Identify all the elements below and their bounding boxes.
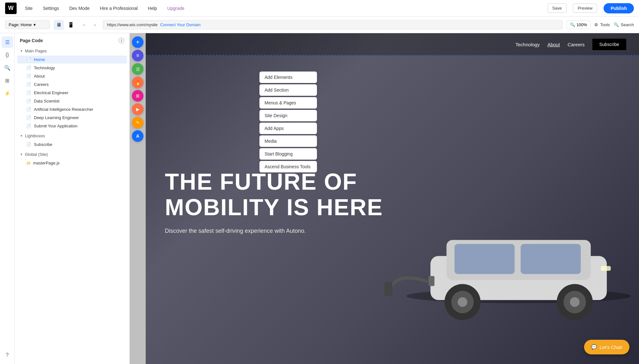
page-item-submit[interactable]: 📄 Submit Your Application bbox=[17, 122, 127, 130]
page-item-about[interactable]: 📄 About bbox=[17, 72, 127, 80]
main-pages-toggle[interactable]: ▼ Main Pages bbox=[15, 47, 129, 55]
media-btn[interactable]: ▶ bbox=[132, 103, 143, 115]
add-apps-menu-btn[interactable]: Add Apps bbox=[259, 123, 317, 134]
site-nav-careers[interactable]: Careers bbox=[567, 42, 584, 47]
page-file-icon: 📄 bbox=[26, 82, 31, 87]
save-button[interactable]: Save bbox=[548, 4, 567, 13]
pages-sidebar-btn[interactable]: ☰ bbox=[2, 36, 13, 48]
lightboxes-section: ▼ Lightboxes 📄 Subscribe bbox=[15, 132, 129, 149]
lightbox-icon: 📄 bbox=[26, 142, 31, 147]
canvas-area: + ≡ ≣ 🔥 ⊞ ▶ ✎ A Add Elements Add Section… bbox=[130, 33, 639, 364]
desktop-device-btn[interactable]: 🖥 bbox=[54, 20, 64, 30]
canvas-action-column: + ≡ ≣ 🔥 ⊞ ▶ ✎ A bbox=[130, 33, 146, 364]
page-item-technology[interactable]: 📄 Technology bbox=[17, 64, 127, 72]
url-bar: https://www.wix.com/mysite Connect Your … bbox=[103, 20, 563, 29]
page-label-electrical: Electrical Engineer bbox=[34, 90, 68, 95]
lightboxes-toggle[interactable]: ▼ Lightboxes bbox=[15, 132, 129, 140]
caret-icon: ▼ bbox=[20, 134, 23, 138]
page-file-icon: 📄 bbox=[26, 107, 31, 112]
zoom-icon: 🔍 bbox=[570, 22, 575, 27]
site-design-menu-btn[interactable]: Site Design bbox=[259, 110, 317, 121]
nav-dev-mode[interactable]: Dev Mode bbox=[67, 4, 92, 12]
page-file-icon: 📄 bbox=[26, 65, 31, 70]
search-sidebar-btn[interactable]: 🔍 bbox=[2, 62, 13, 73]
preview-button[interactable]: Preview bbox=[573, 4, 597, 13]
apps-sidebar-btn[interactable]: ⚡ bbox=[2, 87, 13, 99]
search-icon: 🔍 bbox=[4, 65, 11, 71]
page-item-home[interactable]: 📄 Home bbox=[17, 56, 127, 64]
site-nav-about[interactable]: About bbox=[547, 42, 560, 47]
global-toggle[interactable]: ▼ Global (Site) bbox=[15, 150, 129, 159]
site-design-btn[interactable]: 🔥 bbox=[132, 77, 143, 88]
page-label-submit: Submit Your Application bbox=[34, 124, 78, 128]
layers-sidebar-btn[interactable]: ⊞ bbox=[2, 75, 13, 86]
site-subscribe-btn[interactable]: Subscribe bbox=[592, 39, 626, 50]
add-section-action-btn[interactable]: ≡ bbox=[132, 50, 143, 61]
media-menu-btn[interactable]: Media bbox=[259, 135, 317, 147]
nav-settings[interactable]: Settings bbox=[41, 4, 61, 12]
nav-help[interactable]: Help bbox=[146, 4, 159, 12]
global-masterpage[interactable]: JS masterPage.js bbox=[17, 159, 127, 167]
page-selector[interactable]: Page: Home ▾ bbox=[5, 20, 50, 29]
floating-menu: Add Elements Add Section Menus & Pages S… bbox=[259, 66, 317, 178]
hero-subtitle: Discover the safest self-driving experie… bbox=[165, 228, 389, 234]
page-file-icon: 📄 bbox=[26, 90, 31, 95]
chat-label: Let's Chat! bbox=[600, 345, 622, 350]
nav-site[interactable]: Site bbox=[23, 4, 35, 12]
nav-upgrade[interactable]: Upgrade bbox=[166, 4, 187, 12]
add-section-menu-btn[interactable]: Add Section bbox=[259, 84, 317, 96]
page-label-careers: Careers bbox=[34, 82, 49, 87]
page-label-home: Home bbox=[34, 57, 45, 62]
menus-pages-btn[interactable]: ≣ bbox=[132, 63, 143, 75]
page-item-ai-researcher[interactable]: 📄 Artificial Intelligence Researcher bbox=[17, 105, 127, 113]
start-blogging-btn[interactable]: ✎ bbox=[132, 117, 143, 128]
back-arrow[interactable]: ← bbox=[80, 20, 89, 29]
section-selection-border bbox=[146, 55, 639, 56]
help-sidebar-btn[interactable]: ? bbox=[2, 349, 13, 361]
publish-button[interactable]: Publish bbox=[604, 3, 634, 13]
search-button[interactable]: 🔍 Search bbox=[614, 22, 634, 27]
main-pages-label: Main Pages bbox=[25, 49, 47, 53]
hero-section: THE FUTURE OF MOBILITY IS HERE Discover … bbox=[146, 33, 639, 364]
page-label-deep-learning: Deep Learning Engineer bbox=[34, 115, 79, 120]
address-bar: Page: Home ▾ 🖥 📱 ← → https://www.wix.com… bbox=[0, 17, 639, 33]
page-item-electrical[interactable]: 📄 Electrical Engineer bbox=[17, 89, 127, 97]
lightbox-subscribe[interactable]: 📄 Subscribe bbox=[17, 140, 127, 148]
forward-arrow[interactable]: → bbox=[90, 20, 99, 29]
code-sidebar-btn[interactable]: {} bbox=[2, 49, 13, 61]
tools-button[interactable]: ⚙ Tools bbox=[594, 22, 610, 27]
nav-hire-pro[interactable]: Hire a Professional bbox=[98, 4, 140, 12]
add-elements-menu-btn[interactable]: Add Elements bbox=[259, 72, 317, 83]
page-code-panel: Page Code ℹ ▼ Main Pages 📄 Home 📄 Techno… bbox=[15, 33, 130, 364]
pages-icon: ☰ bbox=[5, 39, 10, 45]
mobile-device-btn[interactable]: 📱 bbox=[66, 20, 76, 30]
page-item-data-scientist[interactable]: 📄 Data Scientist bbox=[17, 97, 127, 105]
add-apps-btn[interactable]: ⊞ bbox=[132, 90, 143, 102]
page-item-careers[interactable]: 📄 Careers bbox=[17, 80, 127, 88]
site-nav-technology[interactable]: Technology bbox=[515, 42, 540, 47]
page-label-ai-researcher: Artificial Intelligence Researcher bbox=[34, 107, 93, 112]
page-file-icon: 📄 bbox=[26, 115, 31, 120]
add-elements-btn[interactable]: + bbox=[132, 36, 143, 48]
page-file-icon: 📄 bbox=[26, 57, 31, 62]
start-blogging-menu-btn[interactable]: Start Blogging bbox=[259, 148, 317, 160]
main-layout: ☰ {} 🔍 ⊞ ⚡ ? Page Code ℹ ▼ Main Pages bbox=[0, 33, 639, 364]
caret-icon: ▼ bbox=[20, 49, 23, 53]
nav-arrows: ← → bbox=[80, 20, 99, 29]
page-item-deep-learning[interactable]: 📄 Deep Learning Engineer bbox=[17, 114, 127, 122]
ascend-btn[interactable]: A bbox=[132, 130, 143, 142]
info-icon[interactable]: ℹ bbox=[119, 38, 124, 43]
zoom-control[interactable]: 🔍 100% bbox=[566, 20, 590, 29]
chevron-down-icon: ▾ bbox=[34, 22, 36, 27]
menus-pages-menu-btn[interactable]: Menus & Pages bbox=[259, 97, 317, 109]
site-navigation: Technology About Careers Subscribe bbox=[146, 33, 639, 56]
page-file-icon: 📄 bbox=[26, 99, 31, 103]
panel-header: Page Code ℹ bbox=[15, 33, 129, 47]
site-preview: Technology About Careers Subscribe THE F… bbox=[146, 33, 639, 364]
icon-sidebar: ☰ {} 🔍 ⊞ ⚡ ? bbox=[0, 33, 15, 364]
global-label: Global (Site) bbox=[25, 152, 48, 157]
lightbox-label-subscribe: Subscribe bbox=[34, 142, 52, 147]
chat-button[interactable]: 💬 Let's Chat! bbox=[584, 340, 629, 354]
connect-domain-link[interactable]: Connect Your Domain bbox=[160, 22, 200, 27]
ascend-menu-btn[interactable]: Ascend Business Tools bbox=[259, 161, 317, 172]
